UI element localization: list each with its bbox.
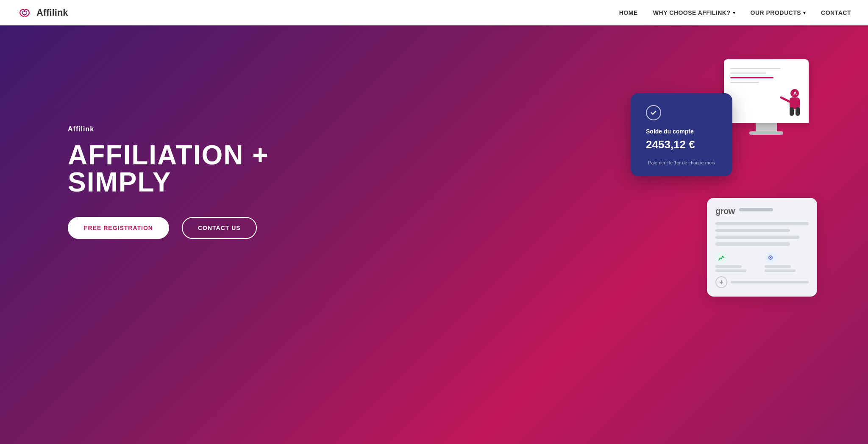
balance-label: Solde du compte — [646, 128, 717, 135]
logo[interactable]: Affilink — [17, 7, 68, 18]
contact-us-button[interactable]: CONTACT US — [182, 217, 257, 239]
balance-amount: 2453,12 € — [646, 138, 717, 151]
dashboard-stats — [715, 252, 809, 272]
dash-line-3 — [715, 236, 799, 239]
nav-contact[interactable]: CONTACT — [821, 9, 851, 17]
hero-right: A — [605, 59, 817, 305]
svg-text:A: A — [793, 91, 797, 96]
settings-icon — [765, 252, 776, 264]
svg-line-5 — [781, 97, 790, 102]
hero-left: Affilink AFFILIATION + SIMPLY FREE REGIS… — [68, 125, 269, 239]
nav-why[interactable]: WHY CHOOSE AFFILINK? — [653, 9, 735, 16]
hero-section: Affilink AFFILIATION + SIMPLY FREE REGIS… — [0, 0, 868, 444]
free-registration-button[interactable]: FREE REGISTRATION — [68, 217, 169, 239]
stat-line-2 — [715, 269, 746, 272]
stat-item-2 — [765, 252, 809, 272]
logo-text: Affilink — [36, 7, 68, 18]
monitor-screen: A — [724, 59, 809, 123]
svg-rect-3 — [790, 107, 794, 116]
stat-line-3 — [765, 265, 791, 268]
nav-products[interactable]: OUR PRODUCTS — [751, 9, 806, 16]
stat-line-1 — [715, 265, 742, 268]
dashboard-bottom: + — [715, 276, 809, 288]
dashboard-card: grow — [707, 198, 817, 297]
dashboard-header: grow — [715, 206, 809, 216]
add-icon: + — [715, 276, 727, 288]
svg-point-7 — [770, 257, 771, 258]
grow-label: grow — [715, 206, 735, 216]
svg-rect-4 — [796, 107, 800, 116]
stat-line-4 — [765, 269, 796, 272]
stat-item-1 — [715, 252, 760, 272]
balance-note: Paiement le 1er de chaque mois — [646, 160, 717, 166]
chart-icon — [715, 252, 727, 264]
dash-line-4 — [715, 242, 790, 246]
brand-label: Affilink — [68, 125, 269, 133]
hero-headline: AFFILIATION + SIMPLY — [68, 142, 269, 196]
nav-home[interactable]: HOME — [619, 9, 638, 17]
dash-line-1 — [715, 222, 809, 225]
bottom-line — [731, 281, 809, 283]
dash-line-2 — [715, 229, 790, 232]
balance-card: Solde du compte 2453,12 € Paiement le 1e… — [631, 93, 732, 176]
navbar: Affilink HOME WHY CHOOSE AFFILINK? OUR P… — [0, 0, 868, 25]
nav-links: HOME WHY CHOOSE AFFILINK? OUR PRODUCTS C… — [619, 9, 851, 17]
hero-buttons: FREE REGISTRATION CONTACT US — [68, 217, 269, 239]
check-icon — [646, 105, 661, 120]
